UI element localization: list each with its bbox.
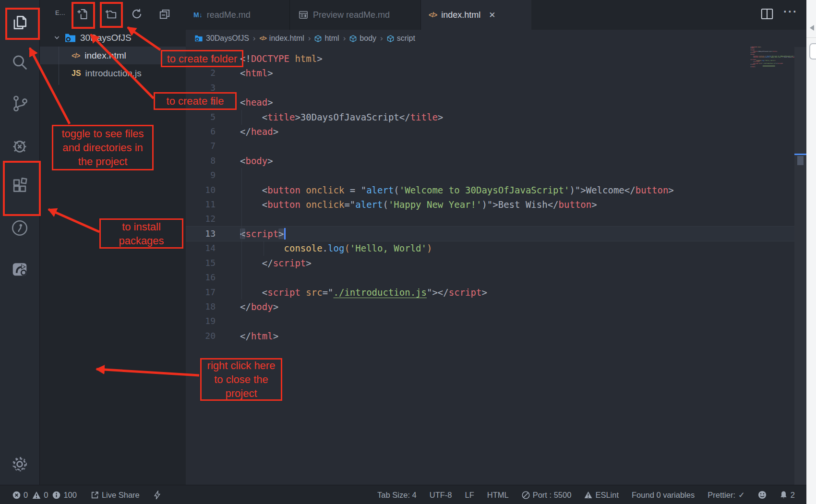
tab-label: readMe.md [207,10,251,20]
breadcrumb-separator: › [343,34,346,43]
editor-scrollbar[interactable] [794,47,806,485]
variables-indicator[interactable]: Found 0 variables [632,491,695,500]
file-label: introduction.js [85,68,142,79]
indent-guide [241,168,242,300]
extensions-icon[interactable] [11,176,29,194]
code-line[interactable]: 14 console.log('Hello, World') [186,241,794,255]
breadcrumb-separator: › [308,34,311,43]
breadcrumb-body[interactable]: body [349,34,376,43]
new-file-button[interactable] [74,6,90,22]
project-folder-label: 30DaysOfJS [80,33,132,43]
html-file-icon: </> [429,11,437,19]
code-line[interactable]: 5 <title>30DaysOfJavaScript</title> [186,110,794,124]
new-folder-button[interactable] [103,6,118,22]
feedback-smiley[interactable] [758,491,767,499]
code-line[interactable]: 11 <button onclick="alert('Happy New Yea… [186,197,794,212]
code-line[interactable]: 13<script> [186,227,794,241]
tree-indent-guide [59,47,59,85]
language-indicator[interactable]: HTML [487,491,509,500]
line-number: 13 [186,227,216,241]
project-folder-row[interactable]: 30DaysOfJS [40,29,186,47]
breadcrumb: 30DaysOfJS › </> index.html › html › bod… [186,30,794,47]
code-text: </script> [240,256,312,270]
code-line[interactable]: 18</body> [186,300,794,314]
refresh-button[interactable] [129,6,144,22]
code-line[interactable]: 7 [186,139,794,153]
tab-label: Preview readMe.md [313,10,390,20]
code-line[interactable]: 1<!DOCTYPE html> [186,51,794,66]
minimap-content: <!DOCTYPE html><html><head> <title>30Day… [750,47,794,67]
line-number: 12 [186,212,216,226]
run-session-icon[interactable] [11,219,29,237]
code-line[interactable]: 16 [186,270,794,285]
encoding-indicator[interactable]: UTF-8 [430,491,452,500]
split-editor-icon[interactable] [760,7,774,21]
adjacent-window-strip [806,0,816,504]
notifications-bell[interactable]: 2 [780,491,795,500]
code-line[interactable]: 2<html> [186,66,794,80]
annotation-create-file: to create file [154,92,237,110]
editor-tab-bar: M↓ readMe.md Preview readMe.md </> index… [186,0,806,30]
line-number: 14 [186,241,216,255]
code-line[interactable]: 8<body> [186,154,794,168]
tab-index-html[interactable]: </> index.html ✕ [421,0,531,30]
source-control-icon[interactable] [11,94,29,112]
code-line[interactable]: 6</head> [186,124,794,139]
search-icon[interactable] [11,53,29,72]
code-line[interactable]: 20</html> [186,329,794,343]
code-line[interactable]: 4<head> [186,95,794,109]
code-editor[interactable]: 1<!DOCTYPE html>2<html>34<head>5 <title>… [186,47,794,485]
close-tab-icon[interactable]: ✕ [489,10,495,20]
code-text: console.log('Hello, World') [240,241,432,255]
breadcrumb-html[interactable]: html [314,34,339,43]
breadcrumb-separator: › [253,34,256,43]
debug-icon[interactable] [11,136,29,155]
explorer-icon[interactable] [11,13,29,32]
code-line[interactable]: 9 [186,168,794,182]
port-indicator[interactable]: Port : 5500 [522,491,572,500]
code-text: </head> [240,124,278,139]
tab-readme-md[interactable]: M↓ readMe.md [186,0,290,30]
live-share-status[interactable]: Live Share [91,491,140,500]
cube-icon [387,35,394,42]
scrollbar-thumb[interactable] [797,156,804,165]
minimap[interactable]: <!DOCTYPE html><html><head> <title>30Day… [750,47,794,104]
code-text: </body> [240,300,278,314]
html-file-icon: </> [259,35,266,42]
prettier-indicator[interactable]: Prettier:✓ [708,491,745,500]
eslint-indicator[interactable]: ESLint [584,491,619,500]
code-text: <head> [240,95,273,109]
tab-label: index.html [441,10,480,20]
breadcrumb-script[interactable]: script [387,34,415,43]
code-line[interactable]: 3 [186,81,794,95]
live-share-icon[interactable] [11,260,29,278]
tab-size-indicator[interactable]: Tab Size: 4 [377,491,417,500]
code-line[interactable]: 12 [186,212,794,226]
collapse-folders-button[interactable] [157,6,172,22]
tab-preview-readme[interactable]: Preview readMe.md [290,0,421,30]
breadcrumb-file[interactable]: </> index.html [259,34,304,43]
problems-errors[interactable]: 0 [12,491,28,500]
code-line[interactable]: 19 [186,314,794,328]
bolt-status-icon[interactable] [154,491,161,500]
eol-indicator[interactable]: LF [465,491,474,500]
annotation-install-packages: to install packages [99,218,183,249]
indent-guide [264,241,264,256]
code-line[interactable]: 10 <button onclick = "alert('Welcome to … [186,183,794,197]
error-icon [12,491,21,499]
settings-gear-icon[interactable] [11,455,29,473]
problems-info[interactable]: 100 [52,491,77,500]
code-line[interactable]: 15 </script> [186,256,794,270]
problems-warnings[interactable]: 0 [32,491,48,500]
line-number: 15 [186,256,216,270]
line-number: 17 [186,285,216,300]
line-number: 8 [186,154,216,168]
code-line[interactable]: 17 <script src="./introduction.js"></scr… [186,285,794,300]
lightning-icon [154,491,161,500]
breadcrumb-project[interactable]: 30DaysOfJS [194,34,249,43]
code-text: <script> [240,227,286,241]
code-text: <html> [240,66,273,80]
breadcrumb-separator: › [380,34,383,43]
more-actions-icon[interactable]: ··· [783,5,798,18]
back-chevron-icon[interactable] [810,25,814,31]
